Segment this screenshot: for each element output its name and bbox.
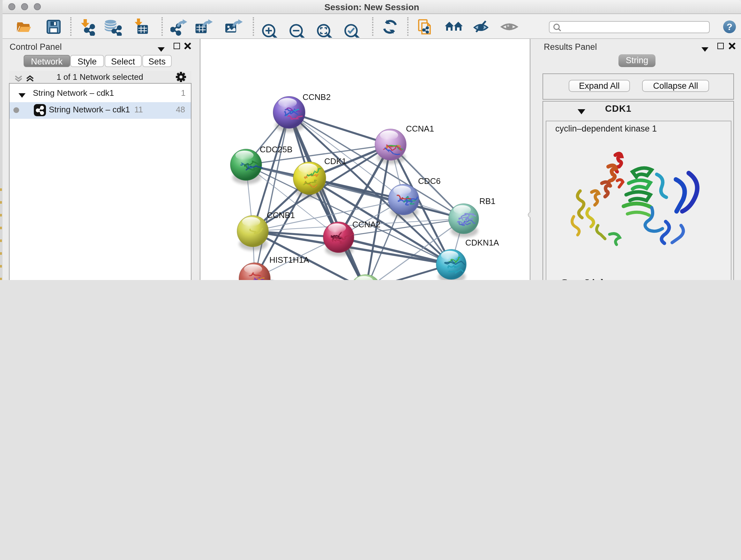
svg-text:CDC6: CDC6 — [418, 176, 441, 186]
svg-text:CCNA1: CCNA1 — [406, 124, 434, 133]
svg-text:CDKN1A: CDKN1A — [465, 238, 499, 247]
svg-text:CCNA2: CCNA2 — [352, 220, 381, 229]
svg-text:HIST1H1A: HIST1H1A — [269, 255, 309, 265]
svg-text:CCNB1: CCNB1 — [267, 210, 295, 220]
svg-text:RB1: RB1 — [479, 196, 495, 206]
svg-text:CDC25B: CDC25B — [260, 145, 293, 154]
svg-text:CCNB2: CCNB2 — [302, 92, 331, 102]
svg-text:CDK1: CDK1 — [324, 157, 346, 166]
